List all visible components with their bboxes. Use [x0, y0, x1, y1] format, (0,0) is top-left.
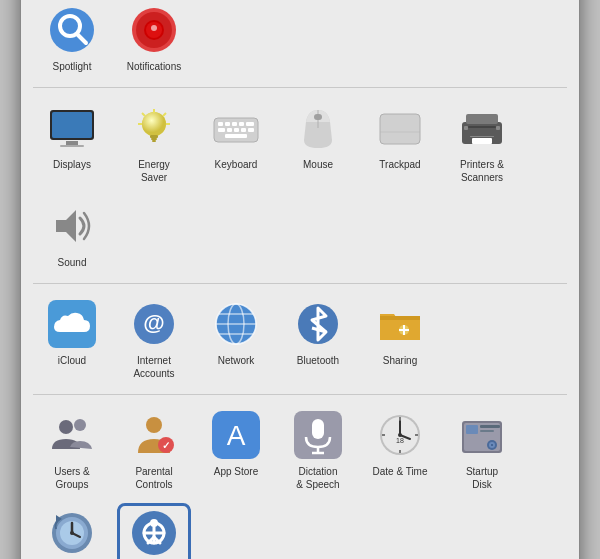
sound-icon — [46, 200, 98, 252]
pref-item-parental[interactable]: ✓ ParentalControls — [115, 403, 193, 497]
svg-rect-74 — [218, 128, 225, 132]
internet-accounts-label: InternetAccounts — [133, 354, 174, 380]
svg-rect-71 — [232, 122, 237, 126]
svg-text:@: @ — [143, 310, 164, 335]
printers-label: Printers &Scanners — [460, 158, 504, 184]
svg-rect-75 — [227, 128, 232, 132]
startup-label: StartupDisk — [466, 465, 498, 491]
pref-item-accessibility[interactable]: Accessibility — [115, 501, 193, 559]
svg-text:18: 18 — [396, 437, 404, 444]
dictation-icon — [292, 409, 344, 461]
section-system: Users &Groups ✓ ParentalControls — [33, 395, 567, 559]
system-preferences-window: ◀ ▶ Show All System Preferences 🔍 File — [20, 0, 580, 559]
svg-rect-56 — [60, 145, 84, 147]
svg-point-132 — [491, 444, 493, 446]
svg-point-106 — [146, 417, 162, 433]
sound-label: Sound — [58, 256, 87, 269]
pref-item-network[interactable]: Network — [197, 292, 275, 386]
svg-rect-77 — [241, 128, 246, 132]
svg-rect-87 — [468, 126, 496, 128]
svg-line-65 — [142, 113, 145, 116]
svg-rect-112 — [312, 419, 324, 439]
preferences-content: File General — [21, 0, 579, 559]
energy-label: EnergySaver — [138, 158, 170, 184]
svg-point-104 — [59, 420, 73, 434]
svg-rect-88 — [470, 136, 494, 137]
pref-item-trackpad[interactable]: Trackpad — [361, 96, 439, 190]
mouse-label: Mouse — [303, 158, 333, 171]
sharing-label: Sharing — [383, 354, 417, 367]
parental-controls-icon: ✓ — [128, 409, 180, 461]
network-label: Network — [218, 354, 255, 367]
printers-icon — [456, 102, 508, 154]
pref-item-icloud[interactable]: iCloud — [33, 292, 111, 386]
trackpad-label: Trackpad — [379, 158, 420, 171]
svg-rect-86 — [466, 114, 498, 124]
appstore-icon: A — [210, 409, 262, 461]
spotlight-icon — [46, 4, 98, 56]
parental-label: ParentalControls — [135, 465, 172, 491]
svg-rect-55 — [66, 141, 78, 145]
svg-marker-92 — [56, 210, 76, 242]
datetime-icon: 18 — [374, 409, 426, 461]
pref-item-displays[interactable]: Displays — [33, 96, 111, 190]
icloud-icon — [46, 298, 98, 350]
displays-label: Displays — [53, 158, 91, 171]
svg-rect-73 — [246, 122, 254, 126]
users-icon — [46, 409, 98, 461]
pref-item-dictation[interactable]: Dictation& Speech — [279, 403, 357, 497]
svg-rect-82 — [380, 114, 420, 144]
pref-item-keyboard[interactable]: Keyboard — [197, 96, 275, 190]
svg-rect-128 — [480, 425, 500, 428]
pref-item-startup[interactable]: StartupDisk — [443, 403, 521, 497]
bluetooth-label: Bluetooth — [297, 354, 339, 367]
pref-item-datetime[interactable]: 18 Date & Time — [361, 403, 439, 497]
pref-item-internet-accounts[interactable]: @ InternetAccounts — [115, 292, 193, 386]
time-machine-icon — [46, 507, 98, 559]
svg-rect-76 — [234, 128, 239, 132]
pref-item-mouse[interactable]: Mouse — [279, 96, 357, 190]
svg-rect-81 — [314, 114, 322, 120]
svg-rect-54 — [52, 112, 92, 138]
internet-accounts-icon: @ — [128, 298, 180, 350]
svg-point-58 — [142, 112, 166, 136]
svg-rect-78 — [248, 128, 254, 132]
icloud-label: iCloud — [58, 354, 86, 367]
network-icon — [210, 298, 262, 350]
pref-item-spotlight[interactable]: Spotlight — [33, 0, 111, 79]
svg-rect-127 — [466, 425, 478, 434]
svg-rect-89 — [472, 138, 492, 144]
pref-item-printers[interactable]: Printers &Scanners — [443, 96, 521, 190]
pref-item-timemachine[interactable]: TimeMachine — [33, 501, 111, 559]
bluetooth-icon — [292, 298, 344, 350]
keyboard-label: Keyboard — [215, 158, 258, 171]
displays-icon — [46, 102, 98, 154]
notifications-icon — [128, 4, 180, 56]
svg-rect-129 — [480, 430, 494, 432]
pref-item-energy[interactable]: EnergySaver — [115, 96, 193, 190]
spotlight-label: Spotlight — [53, 60, 92, 73]
svg-point-105 — [74, 419, 86, 431]
svg-point-51 — [151, 25, 157, 31]
pref-item-notifications[interactable]: Notifications — [115, 0, 193, 79]
users-label: Users &Groups — [54, 465, 90, 491]
svg-text:A: A — [227, 420, 246, 451]
section-personal: File General — [33, 0, 567, 88]
pref-item-sharing[interactable]: Sharing — [361, 292, 439, 386]
svg-rect-60 — [151, 138, 157, 140]
section-internet: iCloud @ InternetAccounts — [33, 284, 567, 395]
pref-item-users[interactable]: Users &Groups — [33, 403, 111, 497]
svg-rect-61 — [152, 140, 156, 142]
pref-item-sound[interactable]: Sound — [33, 194, 111, 275]
mouse-icon — [292, 102, 344, 154]
svg-rect-59 — [150, 135, 158, 138]
keyboard-icon — [210, 102, 262, 154]
notifications-label: Notifications — [127, 60, 181, 73]
pref-item-bluetooth[interactable]: Bluetooth — [279, 292, 357, 386]
startup-disk-icon — [456, 409, 508, 461]
svg-rect-69 — [218, 122, 223, 126]
pref-item-appstore[interactable]: A App Store — [197, 403, 275, 497]
svg-rect-90 — [464, 126, 468, 130]
svg-line-66 — [163, 113, 166, 116]
accessibility-icon — [128, 507, 180, 559]
